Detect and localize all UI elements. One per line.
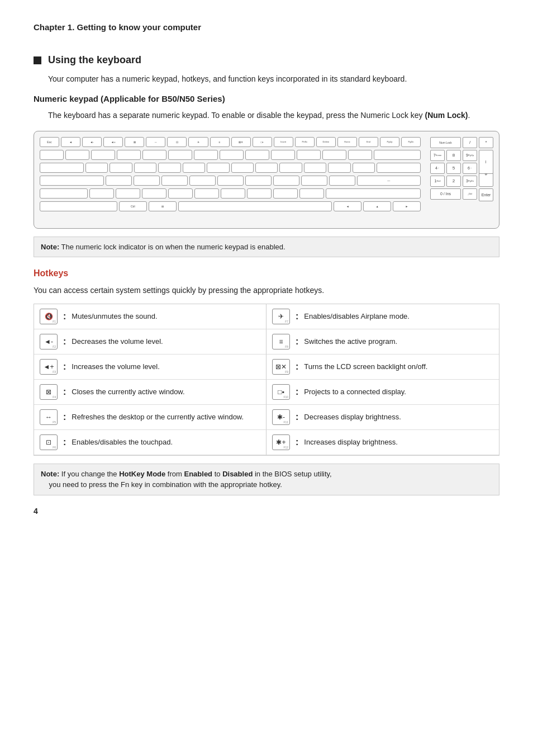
hotkey-icon-F12: ✱+ F12 xyxy=(272,434,290,450)
hotkey-icon-F7: ✈ F7 xyxy=(272,309,290,324)
hotkey-desc-F6: Enables/disables the touchpad. xyxy=(72,437,260,447)
hotkey-icon-F4: ⊠ F4 xyxy=(40,384,58,400)
hotkey-desc-F12: Increases display brightness. xyxy=(304,437,493,447)
hotkey-row: ⊡ F6 : Enables/disables the touchpad. xyxy=(34,430,266,455)
hotkey-desc-F3: Increases the volume level. xyxy=(72,362,260,372)
hotkey-row: ✱+ F12 : Increases display brightness. xyxy=(266,430,499,455)
section-title: Using the keyboard xyxy=(48,54,141,66)
hotkey-row: ✱- F11 : Decreases display brightness. xyxy=(266,405,499,430)
hotkey-desc-F9: Turns the LCD screen backlight on/off. xyxy=(304,362,493,372)
hotkey-row: ◄+ F3 : Increases the volume level. xyxy=(34,355,266,380)
hotkey-row: □▪ F10 : Projects to a connected display… xyxy=(266,380,499,405)
hotkeys-note-box: Note: If you change the HotKey Mode from… xyxy=(34,464,499,495)
hotkey-desc-F2: Decreases the volume level. xyxy=(72,337,260,347)
keyboard-diagram: Esc ◄ ◄- ◄+ ⊠ ↔ ⊡ ✈ ≡ ⊠✕ □▪ Insert PrtSc… xyxy=(34,131,499,229)
numpad-text: The keyboard has a separate numeric keyp… xyxy=(48,109,499,121)
hotkey-icon-F2: ◄- F2 xyxy=(40,334,58,349)
numpad-note-box: Note: The numeric lock indicator is on w… xyxy=(34,237,499,258)
hotkey-desc-F10: Projects to a connected display. xyxy=(304,387,493,397)
hotkey-icon-F6: ⊡ F6 xyxy=(40,434,58,450)
hotkey-icon-F1: 🔇 F1 xyxy=(40,309,58,324)
hotkey-row: ⊠✕ F9 : Turns the LCD screen backlight o… xyxy=(266,355,499,380)
page-number: 4 xyxy=(34,507,499,516)
hotkeys-title: Hotkeys xyxy=(34,268,499,278)
hotkey-icon-F11: ✱- F11 xyxy=(272,409,290,425)
hotkey-desc-F5: Refreshes the desktop or the currently a… xyxy=(72,412,260,422)
chapter-title: Chapter 1. Getting to know your computer xyxy=(34,22,499,32)
hotkey-icon-F10: □▪ F10 xyxy=(272,384,290,400)
hotkey-desc-F11: Decreases display brightness. xyxy=(304,412,493,422)
hotkey-row: 🔇 F1 : Mutes/unmutes the sound. xyxy=(34,304,266,329)
hotkey-desc-F8: Switches the active program. xyxy=(304,337,493,347)
section-bullet xyxy=(34,56,41,64)
hotkeys-table: 🔇 F1 : Mutes/unmutes the sound. ✈ F7 : E… xyxy=(34,304,499,456)
hotkey-desc-F7: Enables/disables Airplane mode. xyxy=(304,311,493,322)
hotkey-row: ◄- F2 : Decreases the volume level. xyxy=(34,329,266,355)
hotkey-icon-F5: ↔ F5 xyxy=(40,409,58,425)
hotkey-row: ✈ F7 : Enables/disables Airplane mode. xyxy=(266,304,499,329)
hotkey-desc-F4: Closes the currently active window. xyxy=(72,387,260,397)
hotkey-row: ⊠ F4 : Closes the currently active windo… xyxy=(34,380,266,405)
section-intro: Your computer has a numeric keypad, hotk… xyxy=(48,73,499,85)
hotkey-icon-F3: ◄+ F3 xyxy=(40,359,58,375)
hotkey-row: ≡ F8 : Switches the active program. xyxy=(266,329,499,355)
numpad-title: Numeric keypad (Applicable for B50/N50 S… xyxy=(34,94,499,103)
hotkey-icon-F9: ⊠✕ F9 xyxy=(272,359,290,375)
hotkey-desc-F1: Mutes/unmutes the sound. xyxy=(72,311,260,322)
hotkeys-intro: You can access certain system settings q… xyxy=(34,284,499,296)
hotkey-icon-F8: ≡ F8 xyxy=(272,334,290,349)
hotkey-row: ↔ F5 : Refreshes the desktop or the curr… xyxy=(34,405,266,430)
